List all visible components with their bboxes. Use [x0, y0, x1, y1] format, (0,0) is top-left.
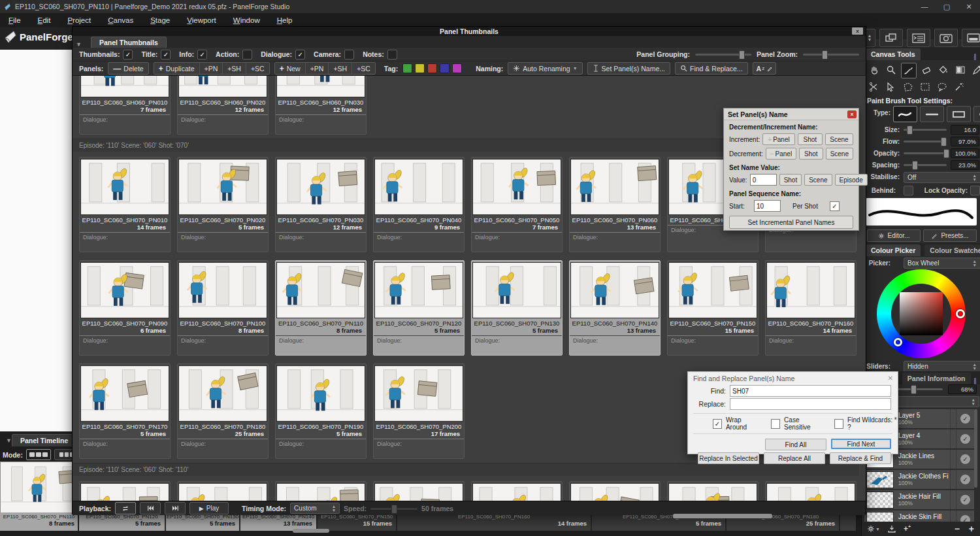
find-next-button[interactable]: Find Next	[831, 439, 891, 449]
find-replace-button[interactable]: Find & Replace...	[675, 62, 748, 75]
panel-menu-icon[interactable]: ∥	[973, 53, 980, 60]
per-shot-checkbox[interactable]: ✓	[830, 201, 840, 211]
start-input[interactable]	[754, 200, 781, 212]
brush-type-freehand[interactable]	[893, 106, 917, 122]
panel-menu-icon[interactable]: ∥	[973, 377, 980, 384]
remove-layer-icon[interactable]: −	[955, 524, 960, 534]
checkbox[interactable]	[387, 50, 397, 59]
replace-in-selected-button[interactable]: Replace In Selected	[698, 452, 759, 464]
tab-colour-swatches[interactable]: Colour Swatches	[924, 244, 980, 256]
cut-tool-icon[interactable]	[867, 80, 881, 94]
increment-panel-button[interactable]: +Panel	[762, 133, 795, 145]
brush-type-line[interactable]	[920, 106, 944, 122]
layer-settings-gear-icon[interactable]: ▼	[867, 525, 880, 533]
checkbox[interactable]	[344, 50, 354, 59]
toggle-title[interactable]: Title: ✓	[141, 50, 171, 59]
menu-window[interactable]: Window	[225, 13, 269, 27]
timeline-strip-item[interactable]: EP110_SC060_SH070_PN160 14 frames	[397, 512, 592, 531]
panel-card[interactable]: EP110_SC060_SH060_PN030 12 frames Dialog…	[275, 76, 367, 135]
newgrp-sh[interactable]: +SH	[328, 63, 351, 74]
tag-color-swatch[interactable]	[402, 63, 412, 73]
colour-sliders-dropdown[interactable]: Hidden▲▼	[904, 361, 980, 372]
duplicate-view-icon[interactable]	[879, 29, 903, 47]
colour-wheel[interactable]	[877, 269, 966, 358]
marquee-select-tool-icon[interactable]	[918, 80, 932, 94]
skip-end-button[interactable]	[165, 502, 186, 514]
case-sensitive-checkbox[interactable]	[771, 419, 780, 429]
lock-opacity-checkbox[interactable]	[970, 186, 980, 195]
loop-button[interactable]	[115, 502, 136, 514]
window-header[interactable]: Panel Thumbnails x	[73, 27, 866, 36]
timeline-scrollbar[interactable]	[293, 529, 329, 533]
tag-color-swatch[interactable]	[440, 63, 449, 73]
hue-marker[interactable]	[956, 309, 965, 318]
dupgrp-sh[interactable]: +SH	[222, 63, 246, 74]
panel-card[interactable]: EP110_SC060_SH070_PN190 5 frames Dialogu…	[275, 363, 367, 459]
panel-card[interactable]: Dialogue:	[569, 481, 661, 501]
panel-card[interactable]: EP110_SC060_SH070_PN150 15 frames Dialog…	[667, 260, 759, 356]
eraser-tool-icon[interactable]	[919, 63, 934, 77]
flow-slider[interactable]	[904, 137, 947, 146]
size-slider[interactable]	[904, 125, 947, 134]
wrap-around-checkbox[interactable]: ✓	[713, 419, 722, 429]
auto-renaming-dropdown[interactable]: Auto Renaming▼	[508, 62, 582, 75]
panel-card[interactable]: EP110_SC060_SH070_PN170 5 frames Dialogu…	[79, 363, 171, 459]
thumbnails-scrollbar[interactable]	[673, 514, 772, 518]
checkbox[interactable]: ✓	[161, 50, 171, 59]
panel-card[interactable]: EP110_SC060_SH070_PN050 7 frames Dialogu…	[471, 157, 563, 252]
newgrp-new[interactable]: +New	[275, 63, 305, 74]
tab-colour-picker[interactable]: Colour Picker	[866, 244, 921, 256]
layers-scrollbar[interactable]	[974, 409, 977, 488]
panel-card[interactable]: EP110_SC060_SH060_PN010 7 frames Dialogu…	[79, 76, 171, 135]
menu-stage[interactable]: Stage	[142, 13, 178, 27]
timeline-strip-item[interactable]: EP110_SC060_SH070_PN140 13 frames	[240, 512, 318, 531]
behind-checkbox[interactable]	[904, 186, 913, 195]
value-marker[interactable]	[894, 338, 902, 346]
layer-visibility-check-icon[interactable]: ✓	[960, 434, 970, 444]
tag-color-swatch[interactable]	[415, 63, 425, 73]
menu-help[interactable]: Help	[269, 13, 301, 27]
dupgrp-sc[interactable]: +SC	[246, 63, 269, 74]
layer-visibility-check-icon[interactable]: ✓	[960, 414, 970, 424]
tab-panel-timeline[interactable]: Panel Timeline	[12, 434, 76, 446]
panel-card[interactable]: EP110_SC060_SH070_PN120 5 frames Dialogu…	[373, 260, 465, 356]
increment-shot-button[interactable]: Shot	[798, 133, 823, 145]
value-scene-button[interactable]: Scene	[804, 174, 832, 186]
import-layer-icon[interactable]	[888, 525, 896, 533]
picker-dropdown[interactable]: Box Wheel▲▼	[904, 258, 980, 269]
opacity-slider[interactable]	[904, 148, 947, 158]
add-layer-icon[interactable]: ++	[904, 524, 911, 533]
menu-canvas[interactable]: Canvas	[99, 13, 142, 27]
spacing-slider[interactable]	[904, 160, 947, 169]
dialog-title-bar[interactable]: Set Panel(s) Name x	[724, 109, 858, 120]
layer-row[interactable]: Jackie Clothes Fill 100% ✓	[864, 470, 974, 489]
minimize-button[interactable]: —	[913, 0, 936, 13]
panel-card[interactable]: EP110_SC060_SH070_PN010 14 frames Dialog…	[79, 157, 171, 252]
decrement-panel-button[interactable]: −Panel	[766, 148, 796, 159]
brush-type-rectangle[interactable]	[947, 106, 971, 122]
panel-card[interactable]: EP110_SC060_SH070_PN130 5 frames Dialogu…	[471, 260, 563, 356]
tag-color-swatch[interactable]	[452, 63, 462, 73]
toggle-camera[interactable]: Camera:	[314, 50, 354, 59]
panel-card[interactable]: Dialogue:	[667, 481, 759, 501]
mode-filmstrip-button[interactable]	[26, 449, 51, 460]
transform-tool-icon[interactable]	[884, 80, 898, 94]
saturation-box[interactable]	[900, 292, 943, 335]
panel-card[interactable]: EP110_SC060_SH070_PN200 17 frames Dialog…	[373, 363, 465, 459]
collapse-arrow-icon[interactable]: ▼	[76, 41, 82, 48]
console-icon[interactable]	[907, 29, 930, 47]
value-episode-button[interactable]: Episode	[835, 174, 868, 186]
checkbox[interactable]: ✓	[197, 50, 207, 59]
delete-panel-button[interactable]: —Delete	[108, 62, 148, 75]
checkbox[interactable]: ✓	[123, 50, 133, 59]
decrement-scene-button[interactable]: Scene	[826, 148, 853, 159]
new-layer-icon[interactable]: +	[969, 524, 974, 534]
replace-and-find-button[interactable]: Replace & Find	[830, 452, 891, 464]
stabilise-dropdown[interactable]: Off▲▼	[904, 172, 980, 183]
replace-input[interactable]	[730, 398, 891, 410]
newgrp-sc[interactable]: +SC	[351, 63, 375, 74]
tab-panel-thumbnails[interactable]: Panel Thumbnails	[91, 37, 167, 48]
increment-scene-button[interactable]: Scene	[825, 133, 853, 145]
panel-card[interactable]: EP110_SC060_SH070_PN180 25 frames Dialog…	[177, 363, 269, 459]
newgrp-pn[interactable]: +PN	[305, 63, 329, 74]
